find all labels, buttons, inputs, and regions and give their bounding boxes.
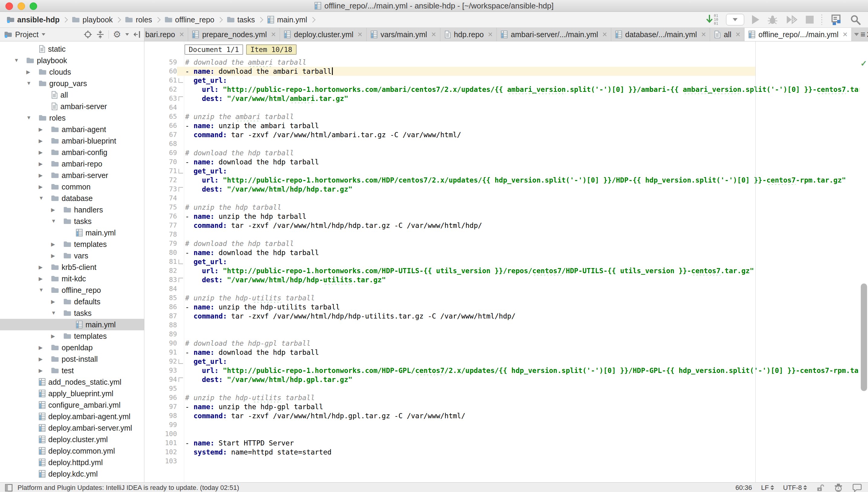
- tree-item-krb5-client[interactable]: ▶krb5-client: [0, 262, 144, 273]
- tree-item-ambari-server[interactable]: ▶ambari-server: [0, 170, 144, 181]
- event-log-icon[interactable]: [852, 483, 862, 492]
- expand-arrow-icon[interactable]: ▼: [49, 310, 63, 316]
- tree-item-tasks[interactable]: ▼tasks: [0, 308, 144, 319]
- run-config-dropdown[interactable]: [726, 14, 744, 25]
- tree-item-apply-blueprint.yml[interactable]: apply_blueprint.yml: [0, 388, 144, 399]
- tree-item-handlers[interactable]: ▶handlers: [0, 204, 144, 216]
- tree-item-defaults[interactable]: ▶defaults: [0, 296, 144, 308]
- tree-item-ambari-config[interactable]: ▶ambari-config: [0, 147, 144, 158]
- tree-item-deploy.httpd.yml[interactable]: deploy.httpd.yml: [0, 457, 144, 468]
- expand-arrow-icon[interactable]: ▶: [49, 253, 63, 259]
- stop-icon[interactable]: [806, 16, 814, 24]
- tree-item-tasks[interactable]: ▼tasks: [0, 216, 144, 227]
- expand-arrow-icon[interactable]: ▶: [24, 69, 39, 75]
- chevron-down-icon[interactable]: [42, 33, 45, 36]
- expand-arrow-icon[interactable]: ▶: [37, 368, 51, 374]
- fold-marker-icon[interactable]: [179, 96, 183, 101]
- toolwindow-switcher-icon[interactable]: [5, 484, 13, 492]
- tree-item-vars[interactable]: ▶vars: [0, 250, 144, 262]
- editor-tab-deploy.cluster.yml[interactable]: deploy.cluster.yml×: [280, 28, 367, 41]
- tab-close-icon[interactable]: ×: [271, 30, 276, 39]
- tree-item-common[interactable]: ▶common: [0, 181, 144, 193]
- tree-item-templates[interactable]: ▶templates: [0, 239, 144, 250]
- vcs-update-icon[interactable]: 011001: [706, 14, 718, 26]
- tree-item-configure-ambari.yml[interactable]: configure_ambari.yml: [0, 399, 144, 411]
- expand-arrow-icon[interactable]: ▶: [49, 299, 63, 305]
- tree-item-add-nodes-static.yml[interactable]: add_nodes_static.yml: [0, 376, 144, 388]
- expand-arrow-icon[interactable]: ▶: [37, 345, 51, 351]
- tree-item-clouds[interactable]: ▶clouds: [0, 66, 144, 78]
- lock-icon[interactable]: [816, 484, 824, 492]
- manage-windows-icon[interactable]: [830, 14, 842, 25]
- editor-scrollbar[interactable]: [861, 284, 867, 391]
- editor-tab-offline-repo-...-main.yml[interactable]: offline_repo/.../main.yml×: [744, 28, 852, 41]
- run-icon[interactable]: [752, 15, 759, 24]
- expand-arrow-icon[interactable]: ▶: [49, 207, 63, 213]
- tree-item-mit-kdc[interactable]: ▶mit-kdc: [0, 273, 144, 285]
- project-panel-title[interactable]: Project: [15, 30, 39, 39]
- expand-arrow-icon[interactable]: ▶: [37, 264, 51, 270]
- expand-arrow-icon[interactable]: ▶: [37, 126, 51, 133]
- gear-icon[interactable]: ⚙: [113, 30, 121, 39]
- tree-item-post-install[interactable]: ▶post-install: [0, 353, 144, 365]
- inspections-profile-icon[interactable]: [834, 483, 843, 492]
- expand-arrow-icon[interactable]: ▶: [37, 184, 51, 190]
- editor-tab-database-...-main.yml[interactable]: database/.../main.yml×: [611, 28, 710, 41]
- tree-item-group-vars[interactable]: ▼group_vars: [0, 78, 144, 89]
- expand-arrow-icon[interactable]: ▼: [49, 218, 63, 224]
- hidden-tabs-dropdown[interactable]: ≡2: [852, 28, 868, 41]
- expand-arrow-icon[interactable]: ▶: [37, 138, 51, 144]
- fold-marker-icon[interactable]: [179, 359, 183, 364]
- editor-tab-bari.repo[interactable]: bari.repo×: [144, 28, 188, 41]
- gear-dropdown-icon[interactable]: [125, 33, 129, 36]
- breadcrumb-item-roles[interactable]: roles: [124, 16, 153, 24]
- fold-marker-icon[interactable]: [179, 187, 183, 192]
- debug-icon[interactable]: [767, 15, 778, 25]
- tab-close-icon[interactable]: ×: [701, 30, 706, 39]
- tree-item-static[interactable]: static: [0, 43, 144, 55]
- editor[interactable]: Document 1/1Item 10/18 59# download the …: [144, 42, 868, 482]
- tab-close-icon[interactable]: ×: [431, 30, 436, 39]
- expand-arrow-icon[interactable]: ▶: [49, 241, 63, 247]
- tree-item-templates[interactable]: ▶templates: [0, 330, 144, 342]
- collapse-all-icon[interactable]: [96, 30, 104, 39]
- tree-item-deploy.common.yml[interactable]: deploy.common.yml: [0, 445, 144, 457]
- tree-item-deploy.cluster.yml[interactable]: deploy.cluster.yml: [0, 434, 144, 445]
- line-separator-widget[interactable]: LF: [761, 484, 774, 492]
- expand-arrow-icon[interactable]: ▼: [37, 195, 51, 201]
- expand-arrow-icon[interactable]: ▶: [37, 149, 51, 156]
- editor-tab-prepare-nodes.yml[interactable]: prepare_nodes.yml×: [188, 28, 280, 41]
- breadcrumb-item-offline_repo[interactable]: offline_repo: [163, 16, 216, 24]
- tree-item-deploy.ambari-agent.yml[interactable]: deploy.ambari-agent.yml: [0, 411, 144, 422]
- fold-marker-icon[interactable]: [179, 278, 183, 282]
- tree-item-ambari-blueprint[interactable]: ▶ambari-blueprint: [0, 135, 144, 147]
- coverage-icon[interactable]: [786, 15, 798, 24]
- status-message[interactable]: Platform and Plugin Updates: IntelliJ ID…: [18, 484, 239, 492]
- fold-marker-icon[interactable]: [179, 78, 183, 83]
- breadcrumb-item-playbook[interactable]: playbook: [71, 16, 114, 24]
- tree-item-database[interactable]: ▼database: [0, 193, 144, 204]
- caret-position[interactable]: 60:36: [735, 484, 752, 492]
- editor-tab-vars-main.yml[interactable]: vars/main.yml×: [367, 28, 440, 41]
- expand-arrow-icon[interactable]: ▼: [24, 115, 39, 121]
- tab-close-icon[interactable]: ×: [735, 30, 740, 39]
- tree-item-playbook[interactable]: ▼playbook: [0, 55, 144, 66]
- tree-item-openldap[interactable]: ▶openldap: [0, 342, 144, 353]
- inspection-ok-icon[interactable]: ✓: [860, 59, 868, 68]
- tree-item-main.yml[interactable]: main.yml: [0, 319, 144, 330]
- search-icon[interactable]: [850, 14, 861, 25]
- expand-arrow-icon[interactable]: ▼: [12, 57, 26, 64]
- tab-close-icon[interactable]: ×: [358, 30, 362, 39]
- encoding-widget[interactable]: UTF-8: [783, 484, 807, 492]
- tab-close-icon[interactable]: ×: [843, 30, 847, 39]
- tree-item-main.yml[interactable]: main.yml: [0, 227, 144, 239]
- tab-close-icon[interactable]: ×: [179, 30, 184, 39]
- expand-arrow-icon[interactable]: ▶: [37, 356, 51, 362]
- tree-item-deploy.ambari-server.yml[interactable]: deploy.ambari-server.yml: [0, 422, 144, 434]
- zoom-window-icon[interactable]: [30, 2, 37, 10]
- breadcrumb-item-main.yml[interactable]: main.yml: [266, 16, 308, 24]
- tree-item-offline-repo[interactable]: ▼offline_repo: [0, 285, 144, 296]
- tab-close-icon[interactable]: ×: [488, 30, 493, 39]
- tree-item-test[interactable]: ▶test: [0, 365, 144, 376]
- tree-item-all[interactable]: all: [0, 89, 144, 101]
